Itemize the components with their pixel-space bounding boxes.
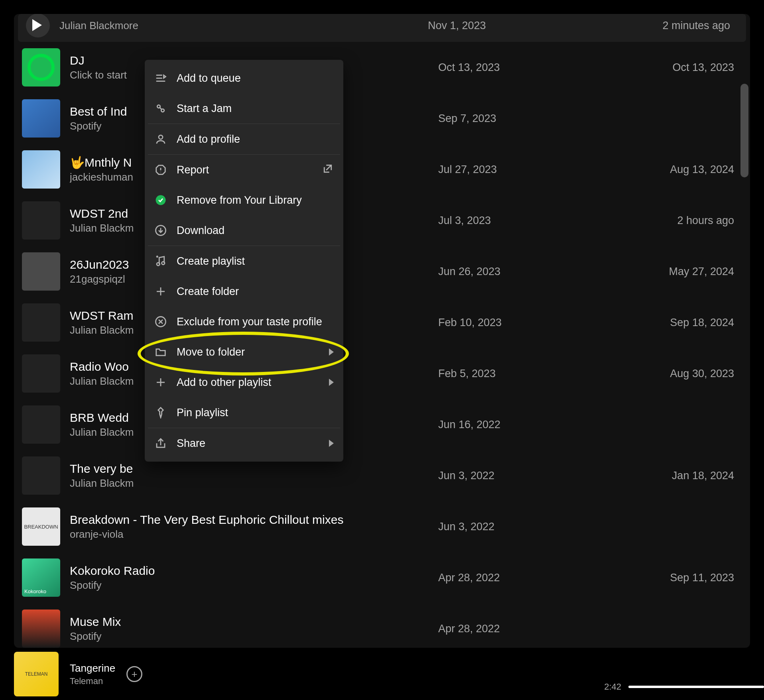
playlist-played: Aug 13, 2024: [607, 163, 742, 176]
menu-label: Create playlist: [177, 255, 245, 267]
playlist-title: Muse Mix: [70, 615, 429, 629]
menu-label: Exclude from your taste profile: [177, 316, 322, 328]
pin-icon: [154, 406, 167, 419]
menu-add-to-profile[interactable]: Add to profile: [145, 124, 343, 154]
playlist-cover: [22, 354, 60, 393]
menu-create-folder[interactable]: Create folder: [145, 276, 343, 307]
chevron-right-icon: [329, 379, 334, 386]
add-to-library-button[interactable]: +: [126, 666, 142, 682]
playlist-date: Sep 7, 2023: [438, 112, 598, 125]
playlist-row[interactable]: Radio Woo Julian Blackm Feb 5, 2023 Aug …: [14, 348, 750, 399]
playlist-played: 2 minutes ago: [597, 20, 738, 32]
playlist-date: Jun 3, 2022: [438, 470, 598, 482]
menu-label: Download: [177, 224, 224, 237]
menu-label: Add to other playlist: [177, 376, 271, 389]
playlist-played: Jan 18, 2024: [607, 470, 742, 482]
svg-point-5: [157, 263, 160, 266]
now-playing-bar: TELEMAN Tangerine Teleman + 2:42: [0, 648, 764, 700]
playlist-row[interactable]: WDST Ram Julian Blackm Feb 10, 2023 Sep …: [14, 297, 750, 348]
playlist-title: The very be: [70, 462, 429, 476]
playlist-subtitle: Julian Blackm: [70, 477, 429, 490]
share-icon: [154, 437, 167, 450]
playlist-date: Feb 10, 2023: [438, 317, 598, 329]
jam-icon: [154, 102, 167, 115]
playlist-row[interactable]: BREAKDOWN Breakdown - The Very Best Euph…: [14, 501, 750, 552]
playlist-date: Oct 13, 2023: [438, 61, 598, 74]
playlist-played: May 27, 2024: [607, 265, 742, 278]
playlist-cover: [22, 405, 60, 444]
check-circle-icon: [154, 194, 167, 206]
playlist-row[interactable]: 🤟Mnthly N jackieshuman Jul 27, 2023 Aug …: [14, 144, 750, 195]
circle-x-icon: [154, 315, 167, 328]
playlist-cover: [22, 150, 60, 189]
playlist-date: Feb 5, 2023: [438, 368, 598, 380]
plus-icon: [154, 285, 167, 298]
playlist-date: Apr 28, 2022: [438, 572, 598, 584]
report-icon: [154, 163, 167, 176]
playlist-panel: Julian Blackmore Nov 1, 2023 2 minutes a…: [14, 14, 750, 648]
playlist-subtitle: Spotify: [70, 630, 429, 643]
playlist-row[interactable]: The very be Julian Blackm Jun 3, 2022 Ja…: [14, 450, 750, 501]
menu-label: Pin playlist: [177, 407, 228, 419]
menu-label: Add to queue: [177, 72, 241, 85]
playlist-played: 2 hours ago: [607, 214, 742, 227]
menu-report[interactable]: Report: [145, 155, 343, 185]
now-playing-artist[interactable]: Teleman: [70, 676, 115, 686]
play-icon: [32, 19, 42, 31]
playlist-row[interactable]: Julian Blackmore Nov 1, 2023 2 minutes a…: [18, 14, 746, 42]
playlist-row[interactable]: BRB Wedd Julian Blackm Jun 16, 2022: [14, 399, 750, 450]
menu-label: Create folder: [177, 285, 239, 298]
playlist-cover: [22, 201, 60, 240]
menu-label: Report: [177, 164, 209, 176]
menu-add-to-other-playlist[interactable]: Add to other playlist: [145, 367, 343, 397]
svg-point-3: [156, 195, 166, 205]
menu-start-jam[interactable]: Start a Jam: [145, 93, 343, 124]
svg-point-2: [159, 135, 163, 139]
playlist-row[interactable]: DJ Click to start Oct 13, 2023 Oct 13, 2…: [14, 42, 750, 93]
now-playing-title[interactable]: Tangerine: [70, 662, 115, 674]
playlist-cover: [22, 48, 60, 87]
menu-label: Share: [177, 437, 205, 450]
playlist-row[interactable]: Muse Mix Spotify Apr 28, 2022: [14, 603, 750, 648]
playlist-subtitle: oranje-viola: [70, 528, 429, 541]
profile-icon: [154, 133, 167, 146]
menu-label: Start a Jam: [177, 102, 232, 115]
elapsed-time: 2:42: [604, 682, 621, 692]
menu-download[interactable]: Download: [145, 215, 343, 246]
progress-bar[interactable]: [628, 686, 764, 688]
music-note-plus-icon: [154, 255, 167, 267]
playlist-subtitle: Spotify: [70, 579, 429, 592]
playlist-context-menu: Add to queue Start a Jam Add to profile …: [145, 60, 343, 462]
playlist-cover: [22, 303, 60, 342]
playlist-date: Jun 26, 2023: [438, 265, 598, 278]
playlist-row[interactable]: Best of Ind Spotify Sep 7, 2023: [14, 93, 750, 144]
playlist-date: Jul 3, 2023: [438, 214, 598, 227]
playlist-row[interactable]: WDST 2nd Julian Blackm Jul 3, 2023 2 hou…: [14, 195, 750, 246]
now-playing-cover[interactable]: TELEMAN: [14, 652, 59, 696]
menu-share[interactable]: Share: [145, 428, 343, 458]
playlist-played: Sep 18, 2024: [607, 317, 742, 329]
menu-create-playlist[interactable]: Create playlist: [145, 246, 343, 276]
menu-label: Add to profile: [177, 133, 240, 146]
queue-icon: [154, 72, 167, 85]
svg-point-6: [162, 262, 165, 265]
scrollbar-thumb[interactable]: [740, 84, 748, 177]
cover-label: TELEMAN: [25, 671, 48, 677]
playlist-subtitle: Julian Blackmore: [59, 20, 418, 32]
playlist-date: Jul 27, 2023: [438, 163, 598, 176]
folder-icon: [154, 346, 167, 358]
menu-move-to-folder[interactable]: Move to folder: [145, 337, 343, 367]
menu-pin-playlist[interactable]: Pin playlist: [145, 397, 343, 428]
playlist-row[interactable]: 26Jun2023 21gagspiqzl Jun 26, 2023 May 2…: [14, 246, 750, 297]
playlist-date: Jun 3, 2022: [438, 521, 598, 533]
menu-remove-from-library[interactable]: Remove from Your Library: [145, 185, 343, 215]
menu-add-to-queue[interactable]: Add to queue: [145, 63, 343, 93]
playlist-date: Apr 28, 2022: [438, 623, 598, 635]
playlist-date: Jun 16, 2022: [438, 419, 598, 431]
playlist-row[interactable]: Kokoroko Radio Spotify Apr 28, 2022 Sep …: [14, 552, 750, 603]
chevron-right-icon: [329, 348, 334, 356]
playlist-played: Sep 11, 2023: [607, 572, 742, 584]
menu-exclude-from-taste-profile[interactable]: Exclude from your taste profile: [145, 307, 343, 337]
plus-icon: [154, 376, 167, 389]
playlist-cover: [22, 558, 60, 597]
